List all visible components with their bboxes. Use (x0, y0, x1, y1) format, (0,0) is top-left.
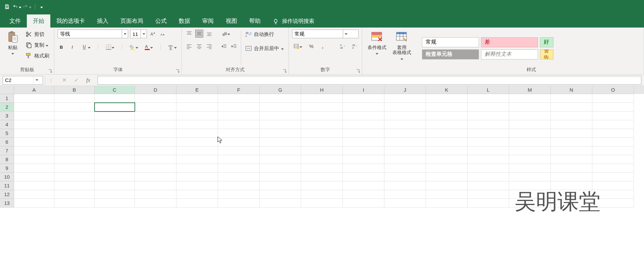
name-box-input[interactable] (3, 77, 33, 83)
insert-function-button[interactable]: fx (84, 76, 92, 84)
cell[interactable] (301, 155, 343, 164)
cell[interactable] (260, 190, 301, 199)
cell[interactable] (135, 190, 176, 199)
row-header[interactable]: 5 (0, 129, 14, 138)
borders-button[interactable] (104, 43, 116, 51)
cell[interactable] (176, 138, 218, 146)
cell[interactable] (426, 190, 468, 199)
cell[interactable] (551, 155, 592, 164)
cell[interactable] (509, 146, 551, 155)
cell[interactable] (301, 111, 343, 120)
cell[interactable] (592, 129, 634, 138)
font-size-combo[interactable] (130, 30, 147, 38)
cell[interactable] (218, 138, 260, 146)
number-format-combo[interactable] (292, 30, 359, 38)
font-name-dropdown-icon[interactable] (122, 30, 128, 38)
cell[interactable] (218, 199, 260, 208)
cell[interactable] (218, 129, 260, 138)
cell[interactable] (384, 199, 426, 208)
cell[interactable] (176, 129, 218, 138)
cell[interactable] (384, 173, 426, 181)
merge-center-button[interactable]: 合并后居中 (244, 44, 285, 53)
number-format-dropdown-icon[interactable] (343, 30, 349, 38)
row-header[interactable]: 10 (0, 173, 14, 181)
cell[interactable] (135, 173, 176, 181)
cell[interactable] (551, 173, 592, 181)
tab-home[interactable]: 开始 (27, 14, 50, 28)
column-header[interactable]: O (592, 86, 634, 94)
tab-formulas[interactable]: 公式 (149, 14, 173, 28)
cell[interactable] (135, 164, 176, 173)
clipboard-launcher[interactable] (48, 69, 53, 74)
cell[interactable] (592, 138, 634, 146)
cell[interactable] (135, 146, 176, 155)
cell[interactable] (592, 155, 634, 164)
column-header[interactable]: J (384, 86, 426, 94)
tab-insert[interactable]: 插入 (91, 14, 114, 28)
accept-formula-button[interactable]: ✓ (72, 76, 80, 84)
cell[interactable] (260, 103, 301, 111)
cell[interactable] (95, 111, 135, 120)
cell[interactable] (468, 94, 509, 103)
cell[interactable] (218, 120, 260, 129)
column-header[interactable]: B (54, 86, 95, 94)
cell[interactable] (468, 103, 509, 111)
tab-review[interactable]: 审阅 (196, 14, 220, 28)
cell[interactable] (260, 111, 301, 120)
cell[interactable] (343, 181, 384, 190)
cell[interactable] (95, 120, 135, 129)
column-header[interactable]: I (343, 86, 384, 94)
fill-color-button[interactable] (128, 43, 140, 51)
cell[interactable] (426, 120, 468, 129)
cell[interactable] (301, 94, 343, 103)
cell[interactable] (54, 199, 95, 208)
orientation-button[interactable]: ab (220, 30, 231, 38)
cell[interactable] (592, 111, 634, 120)
number-format-input[interactable] (292, 30, 343, 38)
tab-layout[interactable]: 页面布局 (114, 14, 149, 28)
cell[interactable] (54, 155, 95, 164)
align-top-button[interactable] (185, 30, 193, 38)
cell[interactable] (301, 103, 343, 111)
decrease-font-button[interactable]: A▾ (159, 30, 167, 38)
cell[interactable] (14, 199, 54, 208)
cell[interactable] (343, 190, 384, 199)
cell[interactable] (14, 103, 54, 111)
format-as-table-button[interactable]: 套用 表格格式 (388, 30, 415, 61)
cell[interactable] (14, 173, 54, 181)
cell[interactable] (384, 94, 426, 103)
bold-button[interactable]: B (58, 43, 66, 51)
cell[interactable] (95, 138, 135, 146)
align-right-button[interactable] (205, 42, 213, 50)
cell[interactable] (468, 181, 509, 190)
cell[interactable] (218, 94, 260, 103)
cell[interactable] (95, 94, 135, 103)
decrease-decimal-button[interactable]: .00.0 (351, 42, 359, 50)
align-middle-button[interactable] (195, 30, 203, 38)
cell[interactable] (468, 190, 509, 199)
cell-style-bad[interactable]: 差 (481, 37, 538, 47)
cell-style-good[interactable]: 好 (540, 37, 553, 47)
cell[interactable] (260, 155, 301, 164)
cell[interactable] (468, 199, 509, 208)
cell[interactable] (301, 129, 343, 138)
font-launcher[interactable] (175, 69, 180, 74)
cell[interactable] (384, 120, 426, 129)
cell[interactable] (384, 138, 426, 146)
cell[interactable] (551, 199, 592, 208)
cell[interactable] (301, 164, 343, 173)
column-header[interactable]: F (218, 86, 260, 94)
cell[interactable] (551, 138, 592, 146)
cell[interactable] (135, 120, 176, 129)
cell[interactable] (54, 173, 95, 181)
cell[interactable] (218, 146, 260, 155)
cell[interactable] (468, 155, 509, 164)
cell[interactable] (426, 155, 468, 164)
cell[interactable] (95, 146, 135, 155)
cell[interactable] (592, 199, 634, 208)
tell-me-search[interactable]: 操作说明搜索 (273, 18, 314, 28)
cell[interactable] (176, 94, 218, 103)
cell[interactable] (218, 111, 260, 120)
cell[interactable] (426, 111, 468, 120)
row-header[interactable]: 4 (0, 120, 14, 129)
